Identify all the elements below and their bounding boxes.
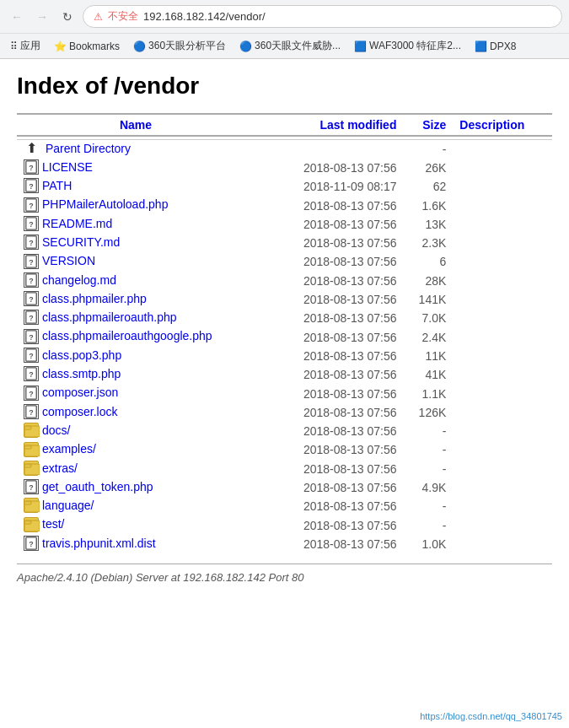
file-modified: 2018-08-13 07:56	[255, 422, 404, 440]
file-modified: 2018-08-13 07:56	[255, 535, 404, 553]
file-link[interactable]: travis.phpunit.xml.dist	[42, 537, 156, 550]
file-name-cell: ? README.md	[17, 215, 255, 234]
file-link[interactable]: examples/	[42, 442, 96, 456]
file-link[interactable]: VERSION	[42, 254, 95, 267]
file-size: 4.9K	[403, 478, 453, 497]
col-modified-link[interactable]: Last modified	[319, 118, 396, 132]
document-icon: ?	[24, 291, 39, 306]
file-size: -	[403, 497, 453, 515]
address-bar[interactable]: ⚠ 不安全 192.168.182.142/vendor/	[83, 5, 562, 28]
file-modified: 2018-08-13 07:56	[255, 515, 404, 534]
file-link[interactable]: changelog.md	[42, 273, 116, 287]
file-link[interactable]: composer.lock	[42, 405, 117, 418]
document-icon: ?	[24, 159, 39, 175]
file-name-cell: docs/	[17, 422, 255, 440]
back-button[interactable]: ←	[7, 7, 27, 27]
table-row: docs/2018-08-13 07:56-	[17, 422, 552, 440]
bookmark-360eye[interactable]: 🔵 360天眼分析平台	[130, 37, 229, 55]
table-row: language/2018-08-13 07:56-	[17, 497, 552, 515]
file-link[interactable]: LICENSE	[42, 160, 93, 174]
file-modified: 2018-08-13 07:56	[255, 290, 404, 309]
table-row: ? class.pop3.php2018-08-13 07:5611K	[17, 347, 552, 365]
table-row: ? class.smtp.php2018-08-13 07:5641K	[17, 365, 552, 384]
document-icon: ?	[24, 404, 39, 419]
file-link[interactable]: docs/	[42, 423, 70, 437]
parent-dir-row: ⬆ Parent Directory -	[17, 139, 552, 159]
file-link[interactable]: get_oauth_token.php	[42, 480, 153, 493]
file-modified: 2018-08-13 07:56	[255, 327, 404, 346]
col-name-link[interactable]: Name	[120, 118, 152, 132]
file-link[interactable]: README.md	[42, 217, 112, 230]
file-name-cell: extras/	[17, 460, 255, 478]
svg-text:?: ?	[29, 295, 33, 304]
col-size-link[interactable]: Size	[422, 118, 446, 132]
bookmark-bookmarks[interactable]: ⭐ Bookmarks	[51, 39, 123, 54]
bookmark-360threat[interactable]: 🔵 360天眼文件威胁...	[236, 37, 344, 55]
file-link[interactable]: PATH	[42, 179, 72, 192]
file-link[interactable]: class.phpmaileroauth.php	[42, 310, 177, 324]
file-link[interactable]: composer.json	[42, 386, 118, 399]
file-size: 1.0K	[403, 535, 453, 553]
file-link[interactable]: class.phpmaileroauthgoogle.php	[42, 329, 212, 342]
file-name-cell: ? VERSION	[17, 252, 255, 271]
security-icon: ⚠	[94, 11, 103, 23]
file-link[interactable]: test/	[42, 517, 64, 531]
col-size: Size	[403, 114, 453, 136]
file-desc	[453, 234, 552, 252]
file-modified: 2018-08-13 07:56	[255, 159, 404, 177]
document-icon: ?	[24, 348, 39, 363]
table-row: ? SECURITY.md2018-08-13 07:562.3K	[17, 234, 552, 252]
svg-text:?: ?	[29, 332, 33, 341]
document-icon: ?	[24, 329, 39, 344]
file-size: 126K	[403, 403, 453, 422]
table-row: examples/2018-08-13 07:56-	[17, 440, 552, 459]
file-link[interactable]: class.smtp.php	[42, 367, 121, 380]
svg-text:?: ?	[29, 201, 33, 209]
file-modified: 2018-08-13 07:56	[255, 478, 404, 497]
back-arrow-icon: ⬆	[24, 141, 39, 156]
file-name-cell: ? PATH	[17, 177, 255, 196]
file-size: 6	[403, 252, 453, 271]
file-size: 62	[403, 177, 453, 196]
document-icon: ?	[24, 479, 39, 494]
star-icon: ⭐	[54, 40, 67, 52]
svg-text:?: ?	[29, 164, 33, 172]
document-icon: ?	[24, 178, 39, 193]
svg-text:?: ?	[29, 408, 33, 417]
file-desc	[453, 252, 552, 271]
file-link[interactable]: SECURITY.md	[42, 235, 120, 249]
forward-button[interactable]: →	[32, 7, 52, 27]
file-desc	[453, 177, 552, 196]
bookmark-apps[interactable]: ⠿ 应用	[7, 37, 44, 55]
svg-text:?: ?	[29, 239, 33, 247]
table-row: ? README.md2018-08-13 07:5613K	[17, 215, 552, 234]
col-description-link[interactable]: Description	[459, 118, 524, 132]
file-size: 11K	[403, 347, 453, 365]
file-link[interactable]: extras/	[42, 461, 78, 475]
document-icon: ?	[24, 216, 39, 231]
parent-dir-link[interactable]: Parent Directory	[46, 142, 131, 155]
file-size: -	[403, 440, 453, 459]
file-desc	[453, 403, 552, 422]
svg-text:?: ?	[29, 314, 33, 322]
file-link[interactable]: language/	[42, 499, 94, 512]
folder-icon	[24, 498, 39, 513]
file-link[interactable]: class.pop3.php	[42, 348, 121, 362]
refresh-button[interactable]: ↻	[57, 7, 78, 27]
file-name-cell: ? class.phpmailer.php	[17, 290, 255, 309]
svg-text:?: ?	[29, 276, 33, 284]
file-modified: 2018-08-13 07:56	[255, 497, 404, 515]
document-icon: ?	[24, 386, 39, 401]
file-modified: 2018-08-13 07:56	[255, 309, 404, 327]
bookmark-dpx[interactable]: 🟦 DPX8	[471, 39, 519, 54]
svg-text:?: ?	[29, 352, 33, 360]
page-content: Index of /vendor Name Last modified Size…	[0, 59, 569, 597]
file-name-cell: language/	[17, 497, 255, 515]
file-desc	[453, 422, 552, 440]
file-desc	[453, 196, 552, 214]
file-link[interactable]: PHPMailerAutoload.php	[42, 197, 168, 211]
file-link[interactable]: class.phpmailer.php	[42, 292, 147, 305]
bookmark-waf[interactable]: 🟦 WAF3000 特征库2...	[351, 37, 464, 55]
table-row: test/2018-08-13 07:56-	[17, 515, 552, 534]
browser-chrome: ← → ↻ ⚠ 不安全 192.168.182.142/vendor/ ⠿ 应用…	[0, 0, 569, 59]
